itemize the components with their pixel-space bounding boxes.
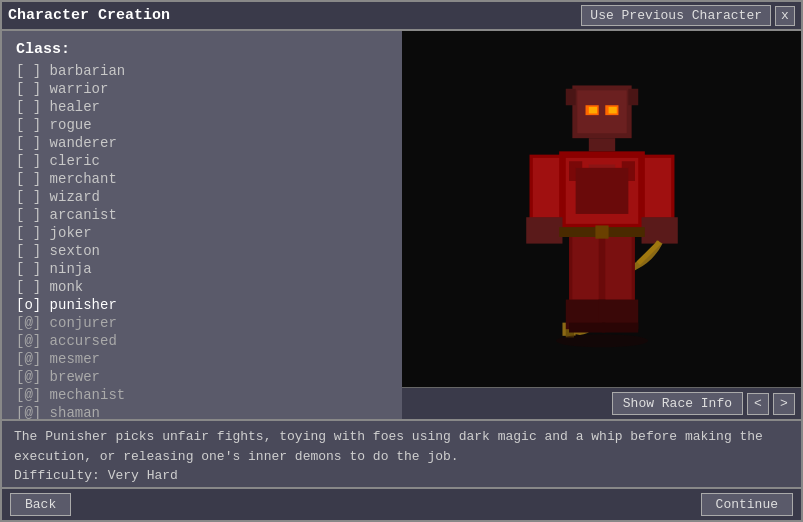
difficulty-value: Very Hard xyxy=(108,468,178,483)
svg-rect-5 xyxy=(608,107,616,114)
list-item-punisher[interactable]: [o] punisher xyxy=(16,296,388,314)
list-item[interactable]: [ ] ninja xyxy=(16,260,388,278)
back-button[interactable]: Back xyxy=(10,493,71,516)
svg-rect-7 xyxy=(628,89,638,105)
difficulty-label: Difficulty: xyxy=(14,468,100,483)
list-item-locked[interactable]: [@] mechanist xyxy=(16,386,388,404)
list-item[interactable]: [ ] joker xyxy=(16,224,388,242)
list-item[interactable]: [ ] wizard xyxy=(16,188,388,206)
title-right-area: Use Previous Character x xyxy=(581,5,795,26)
list-item-locked[interactable]: [@] mesmer xyxy=(16,350,388,368)
difficulty-text: Difficulty: Very Hard xyxy=(14,468,789,483)
right-panel: Show Race Info < > xyxy=(402,31,801,419)
svg-rect-30 xyxy=(602,323,638,333)
svg-rect-20 xyxy=(641,217,677,243)
svg-rect-6 xyxy=(565,89,575,105)
character-display xyxy=(402,31,801,387)
svg-rect-14 xyxy=(575,168,628,214)
list-item[interactable]: [ ] rogue xyxy=(16,116,388,134)
use-previous-button[interactable]: Use Previous Character xyxy=(581,5,771,26)
svg-rect-4 xyxy=(588,107,596,114)
prev-character-button[interactable]: < xyxy=(747,393,769,415)
svg-rect-18 xyxy=(644,158,670,217)
svg-rect-16 xyxy=(532,158,558,217)
list-item-locked[interactable]: [@] brewer xyxy=(16,368,388,386)
svg-rect-29 xyxy=(569,323,605,333)
list-item[interactable]: [ ] wanderer xyxy=(16,134,388,152)
footer-bar: Back Continue xyxy=(2,487,801,520)
class-label: Class: xyxy=(16,41,388,58)
svg-rect-26 xyxy=(605,234,631,300)
svg-rect-1 xyxy=(577,90,626,133)
title-bar: Character Creation Use Previous Characte… xyxy=(2,2,801,31)
race-info-bar: Show Race Info < > xyxy=(402,387,801,419)
list-item-locked[interactable]: [@] shaman xyxy=(16,404,388,419)
bottom-bar: The Punisher picks unfair fights, toying… xyxy=(2,419,801,487)
left-panel: Class: [ ] barbarian [ ] warrior [ ] hea… xyxy=(2,31,402,419)
list-item[interactable]: [ ] barbarian xyxy=(16,62,388,80)
svg-rect-19 xyxy=(526,217,562,243)
class-list: [ ] barbarian [ ] warrior [ ] healer [ ]… xyxy=(16,62,388,419)
close-button[interactable]: x xyxy=(775,6,795,26)
content-area: Class: [ ] barbarian [ ] warrior [ ] hea… xyxy=(2,31,801,419)
next-character-button[interactable]: > xyxy=(773,393,795,415)
list-item-merchant[interactable]: [ ] merchant xyxy=(16,170,388,188)
list-item[interactable]: [ ] healer xyxy=(16,98,388,116)
continue-button[interactable]: Continue xyxy=(701,493,793,516)
svg-point-33 xyxy=(555,334,647,347)
list-item[interactable]: [ ] sexton xyxy=(16,242,388,260)
list-item[interactable]: [ ] arcanist xyxy=(16,206,388,224)
main-window: Character Creation Use Previous Characte… xyxy=(0,0,803,522)
list-item[interactable]: [ ] cleric xyxy=(16,152,388,170)
class-description: The Punisher picks unfair fights, toying… xyxy=(14,427,789,466)
list-item-locked[interactable]: [@] conjurer xyxy=(16,314,388,332)
svg-rect-32 xyxy=(595,225,608,238)
window-title: Character Creation xyxy=(8,7,170,24)
list-item-locked[interactable]: [@] accursed xyxy=(16,332,388,350)
character-sprite xyxy=(502,69,702,349)
show-race-info-button[interactable]: Show Race Info xyxy=(612,392,743,415)
svg-rect-8 xyxy=(588,138,614,151)
list-item[interactable]: [ ] warrior xyxy=(16,80,388,98)
svg-rect-25 xyxy=(572,234,598,300)
list-item[interactable]: [ ] monk xyxy=(16,278,388,296)
